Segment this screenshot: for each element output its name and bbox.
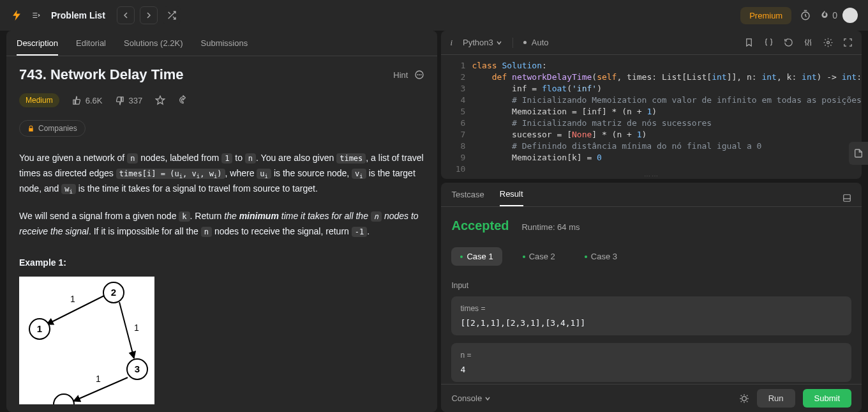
- svg-point-3: [419, 75, 420, 75]
- favorite-button[interactable]: [155, 95, 165, 105]
- tab-editorial[interactable]: Editorial: [76, 38, 106, 56]
- difficulty-badge: Medium: [19, 93, 59, 107]
- share-icon: [178, 95, 188, 105]
- next-problem-button[interactable]: [140, 6, 158, 24]
- editor-toolbar: i Python3 Auto: [441, 31, 862, 55]
- description-p1: You are given a network of n nodes, labe…: [19, 151, 424, 197]
- dislike-button[interactable]: 337: [115, 96, 142, 105]
- tab-description[interactable]: Description: [17, 38, 58, 56]
- settings-icon[interactable]: [823, 38, 833, 47]
- result-tabs: Testcase Result: [441, 183, 862, 207]
- like-button[interactable]: 6.6K: [72, 96, 103, 105]
- prev-problem-button[interactable]: [117, 6, 135, 24]
- fullscreen-icon[interactable]: [843, 38, 853, 47]
- footer: Console Run Submit: [441, 384, 862, 412]
- code-editor[interactable]: 12345678910 class Solution: def networkD…: [441, 55, 862, 172]
- streak-value: 0: [832, 10, 837, 20]
- verdict: Accepted: [451, 218, 509, 233]
- code-body: class Solution: def networkDelayTime(sel…: [472, 55, 862, 172]
- result-panel: Testcase Result Accepted Runtime: 64 ms …: [441, 183, 862, 412]
- code-icon: i: [450, 38, 453, 48]
- description-p2: We will send a signal from a given node …: [19, 209, 424, 240]
- fire-icon: [819, 10, 830, 20]
- resize-handle[interactable]: ⋯⋯: [441, 172, 862, 179]
- svg-point-2: [417, 75, 418, 75]
- problem-panel: Description Editorial Solutions (2.2K) S…: [6, 31, 437, 412]
- tab-solutions[interactable]: Solutions (2.2K): [124, 38, 183, 56]
- case-1[interactable]: Case 1: [451, 247, 502, 266]
- svg-point-4: [421, 75, 422, 75]
- layout-icon[interactable]: [842, 194, 851, 202]
- tab-testcase[interactable]: Testcase: [451, 190, 484, 206]
- companies-tag[interactable]: Companies: [19, 120, 86, 137]
- svg-point-18: [827, 42, 830, 44]
- editor-panel: i Python3 Auto 12345678910 class Solutio…: [441, 31, 862, 179]
- language-select[interactable]: Python3: [463, 38, 502, 47]
- problem-meta: Medium 6.6K 337: [19, 93, 424, 107]
- input-n-block: n = 4: [451, 343, 851, 382]
- svg-line-5: [47, 296, 104, 324]
- svg-text:1: 1: [70, 294, 75, 304]
- streak-counter[interactable]: 0: [819, 10, 837, 20]
- input-label: Input: [451, 281, 851, 290]
- side-notes-tab[interactable]: [849, 142, 868, 165]
- svg-line-7: [119, 302, 134, 358]
- tab-submissions[interactable]: Submissions: [201, 38, 248, 56]
- svg-point-17: [54, 394, 74, 404]
- problem-tabs: Description Editorial Solutions (2.2K) S…: [6, 31, 437, 56]
- example-1-image: 1 1 1 2 1 3: [19, 277, 154, 404]
- chevron-down-icon: [484, 395, 491, 402]
- svg-text:1: 1: [134, 323, 139, 333]
- more-icon: [414, 70, 424, 80]
- example-1-heading: Example 1:: [19, 257, 424, 268]
- case-3[interactable]: Case 3: [576, 247, 626, 266]
- share-button[interactable]: [178, 95, 188, 105]
- problem-content: 743. Network Delay Time Hint Medium 6.6K…: [6, 56, 437, 412]
- keyboard-icon[interactable]: [804, 38, 813, 47]
- svg-text:1: 1: [96, 374, 101, 384]
- input-times-block: times = [[2,1,1],[2,3,1],[3,4,1]]: [451, 296, 851, 335]
- avatar[interactable]: [842, 8, 858, 23]
- logo-icon[interactable]: [10, 9, 23, 22]
- problem-title: 743. Network Delay Time: [19, 66, 184, 83]
- submit-button[interactable]: Submit: [803, 389, 851, 408]
- n-label: n =: [460, 351, 842, 360]
- premium-button[interactable]: Premium: [740, 7, 791, 24]
- lock-icon: [27, 125, 34, 132]
- top-nav: Problem List Premium 0: [0, 0, 868, 31]
- svg-text:3: 3: [135, 363, 140, 374]
- svg-rect-19: [844, 194, 851, 201]
- thumbs-down-icon: [115, 96, 124, 105]
- line-gutter: 12345678910: [441, 55, 472, 172]
- svg-text:2: 2: [111, 287, 116, 298]
- braces-icon[interactable]: [764, 38, 774, 47]
- hint-button[interactable]: Hint: [393, 70, 424, 80]
- case-2[interactable]: Case 2: [514, 247, 564, 266]
- result-body: Accepted Runtime: 64 ms Case 1 Case 2 Ca…: [441, 207, 862, 412]
- bookmark-icon[interactable]: [744, 38, 754, 47]
- svg-text:1: 1: [37, 323, 42, 334]
- reset-icon[interactable]: [784, 38, 793, 47]
- thumbs-up-icon: [72, 96, 82, 105]
- chevron-down-icon: [496, 40, 502, 46]
- times-label: times =: [460, 304, 842, 313]
- auto-select[interactable]: Auto: [523, 38, 549, 47]
- tab-result[interactable]: Result: [500, 189, 523, 206]
- breadcrumb[interactable]: Problem List: [51, 10, 105, 20]
- star-icon: [155, 95, 165, 105]
- shuffle-button[interactable]: [163, 6, 181, 24]
- n-value: 4: [460, 365, 842, 374]
- times-value: [[2,1,1],[2,3,1],[3,4,1]]: [460, 318, 842, 328]
- note-icon: [853, 148, 864, 158]
- menu-icon[interactable]: [28, 8, 43, 23]
- runtime: Runtime: 64 ms: [521, 222, 580, 232]
- debug-icon[interactable]: [739, 393, 749, 404]
- console-button[interactable]: Console: [451, 393, 491, 403]
- timer-icon[interactable]: [797, 6, 814, 24]
- run-button[interactable]: Run: [757, 389, 795, 408]
- case-tabs: Case 1 Case 2 Case 3: [451, 247, 851, 266]
- svg-point-20: [742, 396, 746, 401]
